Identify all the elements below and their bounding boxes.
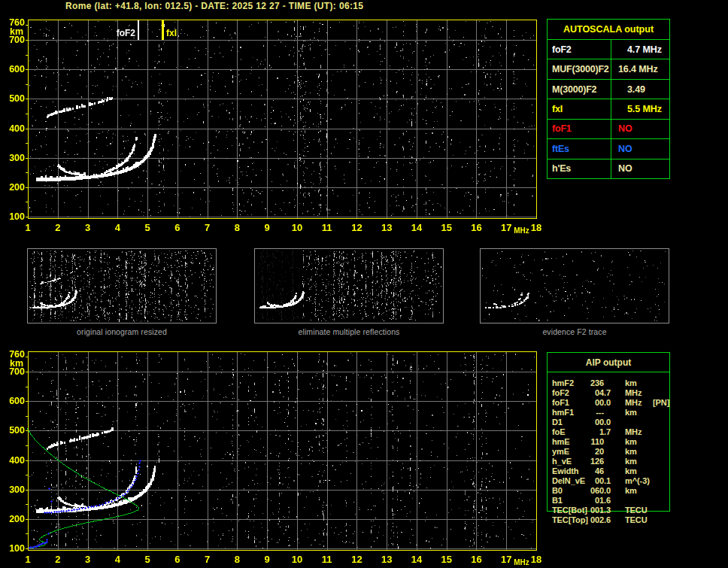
aip-row-unit: MHz [625,398,642,408]
autoscala-row-label: h'Es [548,159,611,178]
aip-row-B1: B1 01.6 [547,496,670,506]
aip-row-extra: [PN] [653,398,669,408]
aip-row-DelN_vE: DelN_vE 00.1 m^(-3) [547,476,670,486]
aip-row-label: h_vE [552,457,572,466]
autoscala-row-foF2: foF2 4.7 MHz [548,40,669,59]
aip-row-value: 110 [579,437,604,447]
aip-row-value: --- [579,408,604,418]
autoscala-row-fxI: fxI 5.5 MHz [548,99,669,119]
aip-row-label: hmE [552,437,570,447]
aip-row-hmF2: hmF2 236 km [547,378,670,388]
autoscala-row-label: foF1 [548,120,611,138]
aip-row-value: 00.0 [579,418,611,427]
thumbnail-evidence-f2-trace-canvas [480,248,669,323]
autoscala-row-value: NO [611,120,669,138]
aip-row-unit: TECU [625,515,648,525]
thumbnail-caption: eliminate multiple reflections [254,327,444,336]
aip-row-D1: D1 00.0 [547,418,670,427]
autoscala-row-hpEs: h'Es NO [548,159,669,178]
aip-row-unit: km [625,486,637,496]
thumbnail-caption: original ionogram resized [27,327,217,336]
aip-row-value: 236 [579,378,604,388]
autoscala-row-MUF3000F2: MUF(3000)F2 16.4 MHz [548,59,669,79]
aip-row-unit: m^(-3) [625,476,650,486]
aip-row-label: hmF1 [552,408,574,418]
thumbnail-original-ionogram-canvas [27,248,217,323]
aip-row-label: D1 [552,418,563,427]
aip-row-TEC-Top: TEC[Top] 002.6 TECU [547,515,670,525]
autoscala-row-value: 5.5 MHz [611,99,669,118]
autoscala-row-label: M(3000)F2 [548,80,611,99]
aip-row-value: 01.6 [579,496,611,506]
autoscala-row-value: 4.7 MHz [611,40,669,59]
aip-row-h_vE: h_vE 126 km [547,457,670,466]
aip-row-label: foE [552,427,565,437]
aip-row-value: 46 [579,466,604,476]
aip-row-label: foF1 [552,398,569,408]
aip-row-unit: km [625,437,637,447]
aip-row-unit: TECU [625,506,648,515]
thumbnail-evidence-f2-trace: evidence F2 trace [480,248,669,336]
bottom-ionogram-canvas [0,344,545,568]
aip-row-label: foF2 [552,388,569,398]
aip-row-hmE: hmE 110 km [547,437,670,447]
aip-row-ymE: ymE 20 km [547,447,670,457]
aip-row-value: 20 [579,447,604,457]
top-ionogram-canvas [0,12,545,238]
aip-row-TEC-Bot: TEC[Bot] 001.3 TECU [547,506,670,515]
aip-row-unit: km [625,457,637,466]
autoscala-row-foF1: foF1 NO [548,120,669,139]
autoscala-row-label: fxI [548,99,611,118]
aip-row-label: ymE [552,447,569,457]
autoscala-table: AUTOSCALA output foF2 4.7 MHz MUF(3000)F… [547,19,670,179]
aip-row-value: 001.3 [579,506,611,515]
aip-row-unit: MHz [625,388,642,398]
aip-row-label: hmF2 [552,378,574,388]
autoscala-row-label: ftEs [548,139,611,158]
thumbnail-eliminate-reflections: eliminate multiple reflections [254,248,444,336]
aip-row-label: B1 [552,496,563,506]
aip-row-foF2: foF2 04.7 MHz [547,388,670,398]
aip-row-unit: km [625,378,637,388]
aip-row-value: 002.6 [579,515,611,525]
autoscala-output-screen: Rome (lat: +41.8, lon: 012.5) - DATE: 20… [0,0,728,568]
aip-row-label: Ewidth [552,466,578,476]
aip-row-value: 04.7 [579,388,611,398]
thumbnail-eliminate-reflections-canvas [254,248,444,323]
aip-row-unit: km [625,408,637,418]
autoscala-row-value: 3.49 [611,80,669,99]
autoscala-row-value: NO [611,159,669,178]
aip-row-value: 00.1 [579,476,611,486]
thumbnail-original-ionogram: original ionogram resized [27,248,217,336]
aip-row-value: 00.0 [579,398,611,408]
autoscala-row-M3000F2: M(3000)F2 3.49 [548,80,669,99]
autoscala-row-value: NO [611,139,669,158]
aip-row-value: 1.7 [579,427,611,437]
autoscala-table-title: AUTOSCALA output [548,20,669,40]
autoscala-row-ftEs: ftEs NO [548,139,669,159]
aip-table-rows: hmF2 236 km foF2 04.7 MHz foF1 00.0 MHz … [547,378,670,525]
aip-row-label: B0 [552,486,563,496]
autoscala-row-label: foF2 [548,40,611,59]
aip-row-foF1: foF1 00.0 MHz [PN] [547,398,670,408]
autoscala-row-label: MUF(3000)F2 [548,59,611,78]
aip-row-Ewidth: Ewidth 46 km [547,466,670,476]
aip-row-unit: km [625,466,637,476]
thumbnail-caption: evidence F2 trace [480,327,669,336]
aip-row-unit: MHz [625,427,642,437]
aip-row-foE: foE 1.7 MHz [547,427,670,437]
page-title: Rome (lat: +41.8, lon: 012.5) - DATE: 20… [65,1,363,11]
aip-row-hmF1: hmF1 --- km [547,408,670,418]
autoscala-row-value: 16.4 MHz [611,59,669,78]
aip-row-value: 126 [579,457,604,466]
aip-row-value: 060.0 [579,486,611,496]
aip-table-title: AIP output [548,353,669,372]
aip-row-B0: B0 060.0 km [547,486,670,496]
aip-row-unit: km [625,447,637,457]
